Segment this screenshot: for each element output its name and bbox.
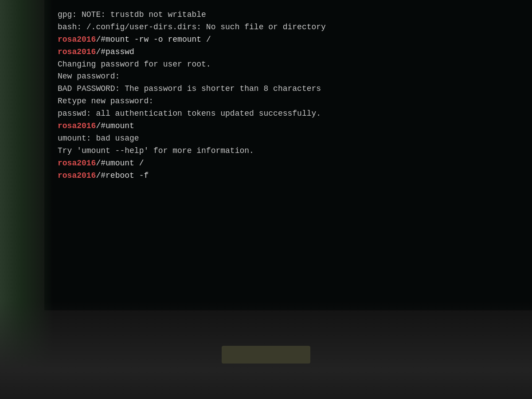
prompt-user: rosa2016: [58, 120, 96, 133]
terminal-text: Changing password for user root.: [58, 59, 211, 71]
terminal-line: Retype new password:: [58, 95, 519, 108]
prompt-path: /: [96, 170, 101, 182]
prompt-hash: #: [101, 34, 106, 46]
terminal-text: passwd: all authentication tokens update…: [58, 108, 321, 120]
monitor-stand: [222, 346, 310, 364]
terminal-text: gpg: NOTE: trustdb not writable: [58, 9, 206, 21]
prompt-path: /: [96, 120, 101, 133]
prompt-cmd: passwd: [106, 46, 134, 59]
prompt-cmd: umount /: [106, 157, 144, 170]
terminal-line: rosa2016 / # umount /: [58, 157, 519, 170]
prompt-cmd: reboot -f: [106, 170, 149, 182]
prompt-hash: #: [101, 157, 106, 170]
terminal-text: BAD PASSWORD: The password is shorter th…: [58, 83, 321, 95]
prompt-hash: #: [101, 170, 106, 182]
bottom-frame: [0, 301, 532, 399]
prompt-user: rosa2016: [58, 170, 96, 182]
terminal-line: rosa2016 / # umount: [58, 120, 519, 133]
prompt-path: /: [96, 46, 101, 59]
terminal-line: Changing password for user root.: [58, 59, 519, 71]
terminal-line: New password:: [58, 70, 519, 83]
prompt-user: rosa2016: [58, 34, 96, 46]
terminal-text: New password:: [58, 70, 120, 83]
prompt-path: /: [96, 34, 101, 46]
terminal-line: gpg: NOTE: trustdb not writable: [58, 9, 519, 21]
prompt-cmd: umount: [106, 120, 134, 133]
terminal-text: umount: bad usage: [58, 133, 139, 145]
prompt-user: rosa2016: [58, 157, 96, 170]
terminal-line: umount: bad usage: [58, 133, 519, 145]
prompt-hash: #: [101, 120, 106, 133]
prompt-user: rosa2016: [58, 46, 96, 59]
terminal-line: rosa2016 / # reboot -f: [58, 170, 519, 182]
terminal-line: bash: /.config/user-dirs.dirs: No such f…: [58, 21, 519, 34]
photo-frame: gpg: NOTE: trustdb not writablebash: /.c…: [0, 0, 532, 399]
terminal-text: bash: /.config/user-dirs.dirs: No such f…: [58, 21, 326, 34]
terminal-line: passwd: all authentication tokens update…: [58, 108, 519, 120]
terminal-line: Try 'umount --help' for more information…: [58, 145, 519, 157]
terminal-line: BAD PASSWORD: The password is shorter th…: [58, 83, 519, 95]
terminal-text: Try 'umount --help' for more information…: [58, 145, 254, 157]
terminal-line: rosa2016 / # mount -rw -o remount /: [58, 34, 519, 46]
terminal-line: rosa2016 / # passwd: [58, 46, 519, 59]
terminal-text: Retype new password:: [58, 95, 153, 108]
prompt-path: /: [96, 157, 101, 170]
prompt-hash: #: [101, 46, 106, 59]
prompt-cmd: mount -rw -o remount /: [106, 34, 211, 46]
terminal-screen: gpg: NOTE: trustdb not writablebash: /.c…: [44, 0, 532, 310]
